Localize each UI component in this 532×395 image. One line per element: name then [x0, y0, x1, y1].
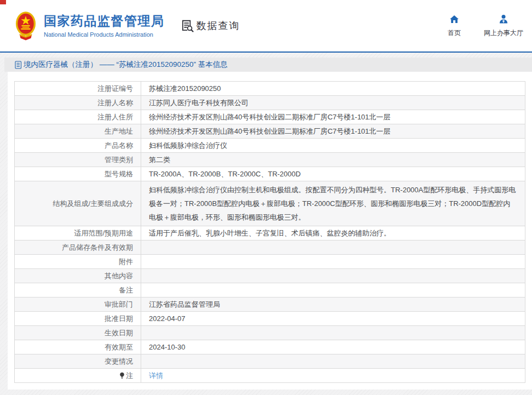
table-row: 其他内容	[15, 269, 525, 283]
row-value	[141, 241, 525, 255]
row-value	[141, 269, 525, 283]
table-row: 变更情况	[15, 354, 525, 369]
row-value: 江苏省药品监督管理局	[141, 297, 525, 312]
row-value	[141, 354, 525, 369]
bulb-icon	[119, 372, 125, 379]
org-name-cn: 国家药品监督管理局	[44, 14, 165, 29]
table-row: 备注	[15, 283, 525, 297]
table-row: 适用范围/预期用途 适用于产后催乳、乳腺小叶增生、子宫复旧、术后镇痛、盆腔炎的辅…	[15, 226, 525, 241]
document-icon	[15, 61, 22, 69]
row-label: 有效期至	[15, 340, 141, 354]
row-label: 产品储存条件及有效期	[15, 241, 141, 255]
row-value: 2022-04-07	[141, 312, 525, 326]
main-content: 注册证编号 苏械注准20152090250 注册人名称 江苏同人医疗电子科技有限…	[8, 72, 532, 390]
nmpa-logo[interactable]: 国家药品监督管理局 National Medical Products Admi…	[15, 11, 165, 41]
row-value: TR-2000A、TR-2000B、TR-2000C、TR-2000D	[141, 167, 525, 181]
table-row-note: 注 详情	[15, 369, 525, 383]
row-label: 生效日期	[15, 326, 141, 340]
national-emblem-icon	[15, 11, 36, 41]
table-row: 注册人住所 徐州经济技术开发区荆山路40号科技创业园二期标准厂房C7号楼1-10…	[15, 110, 525, 124]
row-value	[141, 255, 525, 269]
row-value: 徐州经济技术开发区荆山路40号科技创业园二期标准厂房C7号楼1-101北一层	[141, 124, 525, 139]
table-row: 管理类别 第二类	[15, 153, 525, 167]
row-label: 产品名称	[15, 139, 141, 153]
table-row: 产品储存条件及有效期	[15, 241, 525, 255]
table-row: 注册人名称 江苏同人医疗电子科技有限公司	[15, 96, 525, 110]
portal-title: 数据查询	[196, 19, 240, 32]
detail-link[interactable]: 详情	[149, 371, 163, 380]
row-value: 适用于产后催乳、乳腺小叶增生、子宫复旧、术后镇痛、盆腔炎的辅助治疗。	[141, 226, 525, 241]
row-value: 妇科低频脉冲综合治疗仪由控制主机和电极组成。按配置不同分为四种型号。TR-200…	[141, 181, 525, 226]
row-value: 第二类	[141, 153, 525, 167]
document-search-icon	[180, 19, 194, 33]
table-row: 型号规格 TR-2000A、TR-2000B、TR-2000C、TR-2000D	[15, 167, 525, 181]
table-row: 批准日期 2022-04-07	[15, 312, 525, 326]
row-value: 徐州经济技术开发区荆山路40号科技创业园二期标准厂房C7号楼1-101北一层	[141, 110, 525, 124]
row-label: 附件	[15, 255, 141, 269]
row-value	[141, 326, 525, 340]
breadcrumb-text: 境内医疗器械（注册） —— “苏械注准20152090250” 基本信息	[24, 60, 228, 70]
home-icon	[449, 14, 460, 25]
breadcrumb: 境内医疗器械（注册） —— “苏械注准20152090250” 基本信息	[4, 58, 532, 72]
table-row: 附件	[15, 255, 525, 269]
note-label: 注	[126, 371, 133, 380]
table-row: 有效期至 2024-10-30	[15, 340, 525, 354]
row-value: 2024-10-30	[141, 340, 525, 354]
table-row: 注册证编号 苏械注准20152090250	[15, 82, 525, 96]
header-nav: 首页 网上办事大厅	[443, 14, 523, 38]
row-label: 审批部门	[15, 297, 141, 312]
row-label: 变更情况	[15, 354, 141, 369]
table-row: 生效日期	[15, 326, 525, 340]
site-header: 国家药品监督管理局 National Medical Products Admi…	[0, 0, 532, 53]
org-name-en: National Medical Products Administration	[44, 31, 165, 38]
table-row: 审批部门 江苏省药品监督管理局	[15, 297, 525, 312]
nav-home[interactable]: 首页	[443, 14, 465, 38]
nav-online-hall[interactable]: 网上办事大厅	[484, 14, 523, 38]
table-row: 结构及组成/主要组成成分 妇科低频脉冲综合治疗仪由控制主机和电极组成。按配置不同…	[15, 181, 525, 226]
row-label: 注	[15, 369, 141, 383]
screen-corner-marker	[0, 0, 6, 4]
row-value: 江苏同人医疗电子科技有限公司	[141, 96, 525, 110]
nav-hall-label: 网上办事大厅	[484, 28, 523, 38]
row-label: 生产地址	[15, 124, 141, 139]
row-label: 注册人名称	[15, 96, 141, 110]
org-names: 国家药品监督管理局 National Medical Products Admi…	[44, 14, 165, 38]
row-label: 批准日期	[15, 312, 141, 326]
row-label: 适用范围/预期用途	[15, 226, 141, 241]
nav-home-label: 首页	[448, 28, 461, 38]
header-gap	[0, 53, 532, 58]
registration-info-table: 注册证编号 苏械注准20152090250 注册人名称 江苏同人医疗电子科技有限…	[14, 81, 525, 383]
row-label: 注册证编号	[15, 82, 141, 96]
row-label: 注册人住所	[15, 110, 141, 124]
user-icon	[498, 14, 509, 25]
table-row: 生产地址 徐州经济技术开发区荆山路40号科技创业园二期标准厂房C7号楼1-101…	[15, 124, 525, 139]
row-label: 备注	[15, 283, 141, 297]
row-label: 其他内容	[15, 269, 141, 283]
row-value: 详情	[141, 369, 525, 383]
row-value	[141, 283, 525, 297]
row-label: 结构及组成/主要组成成分	[15, 181, 141, 226]
row-value: 妇科低频脉冲综合治疗仪	[141, 139, 525, 153]
row-label: 型号规格	[15, 167, 141, 181]
row-label: 管理类别	[15, 153, 141, 167]
data-query-portal[interactable]: 数据查询	[180, 19, 240, 33]
row-value: 苏械注准20152090250	[141, 82, 525, 96]
table-row: 产品名称 妇科低频脉冲综合治疗仪	[15, 139, 525, 153]
